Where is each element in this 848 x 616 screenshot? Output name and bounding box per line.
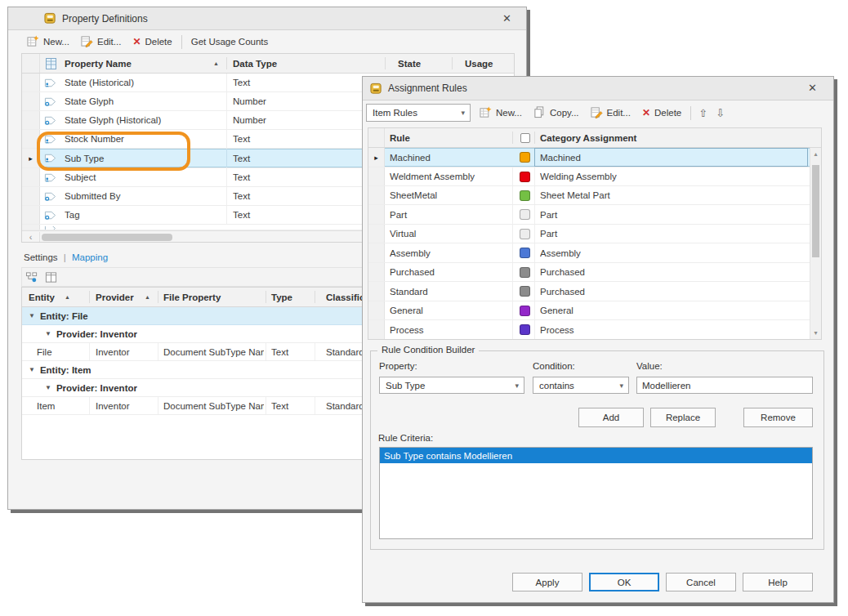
category-color-swatch <box>520 190 530 201</box>
new-rule-button[interactable]: New... <box>474 104 528 123</box>
mapping-tabs: Settings | Mapping <box>24 252 108 262</box>
delete-property-button[interactable]: ✕ Delete <box>127 33 177 50</box>
move-up-icon[interactable]: ⇧ <box>694 107 712 119</box>
tab-divider: | <box>60 252 69 262</box>
rule-row[interactable]: Standard Purchased <box>368 282 821 301</box>
collapse-icon[interactable]: ▼ <box>45 384 51 391</box>
column-header-usage[interactable]: Usage <box>465 54 493 73</box>
category-color-swatch <box>520 229 530 239</box>
rule-row[interactable]: Virtual Part <box>368 225 821 243</box>
window-title: Property Definitions <box>62 13 148 25</box>
scrollbar-thumb[interactable] <box>812 165 819 257</box>
close-icon[interactable]: ✕ <box>805 81 820 96</box>
column-header-type[interactable]: Type <box>271 288 292 306</box>
column-header-property-name[interactable]: Property Name <box>65 54 132 73</box>
window-title: Assignment Rules <box>388 83 467 94</box>
property-definitions-titlebar[interactable]: Property Definitions ✕ <box>8 7 526 30</box>
column-header-state[interactable]: State <box>398 54 421 73</box>
column-header-file-property[interactable]: File Property <box>163 288 221 306</box>
category-color-swatch <box>520 324 530 335</box>
scroll-down-icon[interactable]: ▾ <box>810 329 821 337</box>
rules-table: Rule Category Assignment ▸ Machined Mach… <box>368 127 822 340</box>
row-selector-arrow-icon: ▸ <box>29 154 33 163</box>
properties-sheet-icon <box>42 54 60 73</box>
scroll-up-icon[interactable]: ▴ <box>810 150 821 158</box>
vertical-scrollbar[interactable]: ▴ ▾ <box>810 148 821 339</box>
column-header-provider[interactable]: Provider <box>96 288 134 306</box>
assignment-rules-window-icon <box>370 83 382 95</box>
new-icon <box>27 35 39 49</box>
value-label: Value: <box>636 361 663 371</box>
collapse-icon[interactable]: ▼ <box>45 330 51 337</box>
rule-row[interactable]: General General <box>368 301 821 320</box>
rule-row[interactable]: SheetMetal Sheet Metal Part <box>368 186 821 205</box>
rule-criteria-label: Rule Criteria: <box>378 433 433 443</box>
rule-row[interactable]: Process Process <box>368 320 821 340</box>
move-down-icon[interactable]: ⇩ <box>712 107 729 119</box>
cancel-button[interactable]: Cancel <box>666 573 736 591</box>
edit-property-button[interactable]: Edit... <box>75 33 127 51</box>
tab-settings[interactable]: Settings <box>24 252 58 262</box>
column-header-rule[interactable]: Rule <box>390 128 410 147</box>
rule-row[interactable]: Weldment Assembly Welding Assembly <box>368 167 821 186</box>
property-definitions-window-icon <box>44 12 56 25</box>
delete-rule-button[interactable]: ✕ Delete <box>636 105 687 121</box>
new-icon <box>480 106 492 120</box>
rules-table-header: Rule Category Assignment <box>368 128 821 148</box>
toolbar-separator <box>181 35 182 49</box>
rule-row[interactable]: Assembly Assembly <box>368 243 821 263</box>
apply-button[interactable]: Apply <box>512 573 582 591</box>
chevron-down-icon: ▾ <box>619 381 623 389</box>
scroll-left-icon[interactable]: ‹ <box>22 232 40 242</box>
rule-set-dropdown[interactable]: Item Rules ▾ <box>366 104 471 122</box>
get-usage-counts-button[interactable]: Get Usage Counts <box>185 34 274 49</box>
edit-rule-button[interactable]: Edit... <box>585 104 636 123</box>
property-icon <box>44 92 59 110</box>
property-dropdown[interactable]: Sub Type ▾ <box>379 377 524 394</box>
category-color-swatch <box>520 152 530 163</box>
property-label: Property: <box>379 361 417 371</box>
edit-icon <box>81 35 93 49</box>
value-input[interactable] <box>636 377 813 394</box>
rule-row[interactable]: Purchased Purchased <box>368 263 821 282</box>
collapse-icon[interactable]: ▼ <box>29 366 35 373</box>
column-chooser-icon[interactable] <box>45 271 57 283</box>
assignment-rules-window: Assignment Rules ✕ Item Rules ▾ New... C… <box>362 76 834 603</box>
category-checkbox-header[interactable] <box>517 128 533 147</box>
remove-button[interactable]: Remove <box>743 408 813 427</box>
delete-icon: ✕ <box>642 107 650 118</box>
collapse-icon[interactable]: ▼ <box>29 312 35 319</box>
assignment-rules-titlebar[interactable]: Assignment Rules ✕ <box>363 77 833 100</box>
new-property-button[interactable]: New... <box>21 33 75 51</box>
rule-criteria-listbox[interactable]: Sub Type contains Modellieren <box>379 447 813 539</box>
tab-mapping[interactable]: Mapping <box>72 252 108 262</box>
copy-icon <box>533 106 546 120</box>
copy-rule-button[interactable]: Copy... <box>528 104 585 123</box>
row-selector-arrow-icon: ▸ <box>374 154 378 162</box>
property-icon <box>44 206 59 224</box>
add-button[interactable]: Add <box>578 408 644 427</box>
column-header-entity[interactable]: Entity <box>29 288 55 306</box>
category-color-swatch <box>520 306 530 316</box>
column-header-data-type[interactable]: Data Type <box>233 54 277 73</box>
category-color-swatch <box>520 286 530 297</box>
condition-dropdown[interactable]: contains ▾ <box>533 377 629 394</box>
sub-type-annotation-highlight <box>37 132 190 171</box>
ok-button[interactable]: OK <box>589 573 659 591</box>
rule-criteria-item-selected[interactable]: Sub Type contains Modellieren <box>380 448 812 463</box>
edit-icon <box>591 106 603 120</box>
group-by-icon[interactable] <box>25 271 38 283</box>
column-header-category-assignment[interactable]: Category Assignment <box>540 128 636 147</box>
category-color-swatch <box>520 209 530 220</box>
scrollbar-thumb[interactable] <box>42 234 172 241</box>
property-icon <box>44 168 59 186</box>
help-button[interactable]: Help <box>743 573 813 591</box>
row-selector-header <box>22 54 40 73</box>
rule-row-selected[interactable]: ▸ Machined Machined <box>368 148 821 167</box>
rule-row[interactable]: Part Part <box>368 205 821 225</box>
close-icon[interactable]: ✕ <box>499 11 515 26</box>
sort-ascending-icon: ▲ <box>213 60 219 66</box>
replace-button[interactable]: Replace <box>650 408 716 427</box>
property-icon <box>44 187 59 205</box>
column-divider <box>226 57 227 69</box>
